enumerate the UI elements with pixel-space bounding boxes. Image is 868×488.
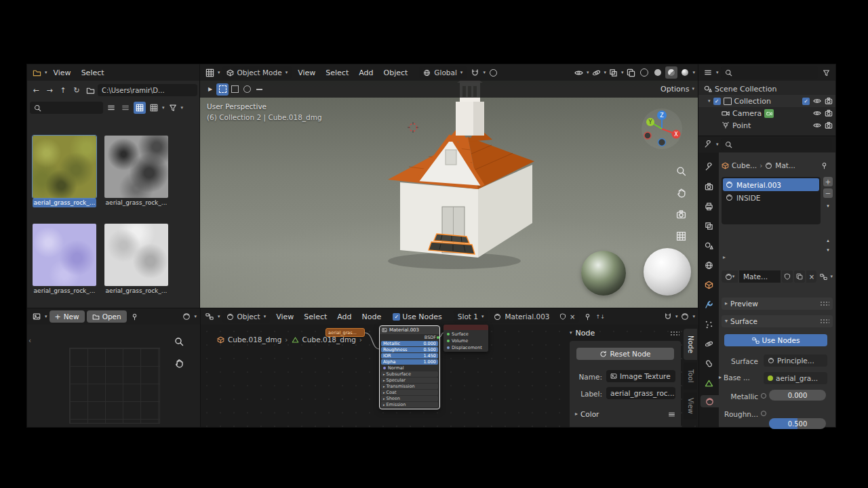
xray-toggle-icon[interactable] xyxy=(625,66,637,79)
shading-material-icon[interactable] xyxy=(665,66,677,79)
viewport-camera-view-icon[interactable] xyxy=(675,208,687,220)
tab-render[interactable] xyxy=(703,180,715,192)
editor-type-chevron-icon[interactable]: ▾ xyxy=(716,142,719,147)
editor-type-chevron-icon[interactable]: ▾ xyxy=(716,70,719,75)
viewport-3d[interactable]: ▾ Object Mode ▾ View Select Add Object G… xyxy=(200,64,698,308)
tab-modifiers[interactable] xyxy=(703,298,715,310)
shading-solid-icon[interactable] xyxy=(652,66,664,79)
viewport-pan-hand-icon[interactable] xyxy=(675,186,687,199)
panel-grip-icon[interactable] xyxy=(820,301,829,306)
material-output-node[interactable]: Surface Volume Displacement xyxy=(443,325,488,352)
forward-button[interactable]: → xyxy=(43,84,56,96)
open-image-button[interactable]: Open xyxy=(87,310,127,323)
gizmos-toggle-icon[interactable] xyxy=(590,66,602,79)
node-slider-row[interactable]: Metallic0.000 xyxy=(381,341,438,346)
display-thumbnail-button[interactable] xyxy=(134,102,146,114)
snapping-magnet-icon[interactable] xyxy=(469,66,481,79)
outliner-row-point[interactable]: Point xyxy=(698,119,835,131)
outliner-row-collection[interactable]: ▾ ✓ Collection ✓ xyxy=(698,95,835,107)
slot-scroll-up-icon[interactable]: ▴ xyxy=(823,237,833,245)
node-tree-icon[interactable] xyxy=(818,270,829,283)
properties-search-input[interactable] xyxy=(721,138,832,150)
active-tool-select-box-icon[interactable] xyxy=(216,83,229,96)
breadcrumb-material[interactable]: Mat... xyxy=(775,161,795,169)
hide-eye-icon[interactable] xyxy=(813,109,821,117)
image-options-chevron-icon[interactable]: ▾ xyxy=(194,314,197,319)
principled-bsdf-node[interactable]: Material.003 BSDF Metallic0.000 Roughnes… xyxy=(380,326,439,409)
image-pan-hand-icon[interactable] xyxy=(173,357,185,369)
hdri-preview-sphere[interactable] xyxy=(581,251,626,296)
sidebar-tab-node[interactable]: Node xyxy=(684,329,697,360)
node-panel-row[interactable]: ▸Coat xyxy=(381,390,438,395)
node-slider-row[interactable]: Alpha1.000 xyxy=(381,359,438,365)
tab-tool[interactable] xyxy=(703,161,715,173)
slot-specials-chevron-icon[interactable]: ▾ xyxy=(823,201,833,211)
node-panel-row[interactable]: ▸Sheen xyxy=(381,396,438,401)
viewport-menu-add[interactable]: Add xyxy=(355,67,377,79)
output-input-row[interactable]: Displacement xyxy=(445,344,487,350)
tab-constraints[interactable] xyxy=(703,357,715,369)
viewport-menu-object[interactable]: Object xyxy=(380,67,412,79)
metallic-decorator-dot[interactable] xyxy=(761,393,766,399)
outliner-filter-icon[interactable] xyxy=(820,66,832,79)
pin-icon[interactable] xyxy=(818,159,830,171)
roughness-slider[interactable]: 0.500 xyxy=(769,418,826,429)
viewport-zoom-icon[interactable] xyxy=(675,165,687,177)
shading-chevron-icon[interactable]: ▾ xyxy=(692,70,695,75)
fake-user-shield-icon[interactable] xyxy=(782,270,793,283)
up-button[interactable]: ↑ xyxy=(57,84,69,96)
metallic-slider[interactable]: 0.000 xyxy=(769,390,826,401)
outliner-row-camera[interactable]: Camera xyxy=(698,107,835,119)
material-slots-expand-icon[interactable]: ▸ xyxy=(723,254,726,260)
reset-node-button[interactable]: Reset Node xyxy=(576,348,674,360)
tool-mode-add-icon[interactable] xyxy=(241,83,253,96)
proportional-editing-icon[interactable] xyxy=(488,66,500,79)
texture-thumbnail-rough[interactable] xyxy=(104,136,168,198)
surface-shader-dropdown[interactable]: Principle... xyxy=(764,354,827,367)
editor-type-chevron-icon[interactable]: ▾ xyxy=(45,70,47,75)
house-model[interactable] xyxy=(366,73,542,269)
white-material-sphere[interactable] xyxy=(644,248,691,296)
hide-eye-icon[interactable] xyxy=(813,97,821,105)
mode-dropdown[interactable]: Object Mode ▾ xyxy=(222,66,292,79)
viewport-menu-select[interactable]: Select xyxy=(321,67,353,79)
editor-type-viewport-icon[interactable] xyxy=(203,66,216,79)
texture-thumbnail-label[interactable]: aerial_grass_rock_... xyxy=(104,287,168,296)
refresh-button[interactable]: ↻ xyxy=(71,84,83,96)
create-folder-button[interactable] xyxy=(84,84,96,96)
image-ball-icon[interactable] xyxy=(180,310,193,323)
hide-eye-icon[interactable] xyxy=(813,121,821,129)
remove-slot-button[interactable]: − xyxy=(823,188,833,198)
bsdf-output-socket[interactable] xyxy=(437,336,439,339)
output-input-row[interactable]: Volume xyxy=(445,338,487,344)
texture-thumbnail-normal[interactable] xyxy=(33,224,96,286)
filter-chevron-icon[interactable]: ▾ xyxy=(181,106,184,110)
overlays-toggle-icon[interactable] xyxy=(608,66,620,79)
node-slider-row[interactable]: Roughness0.500 xyxy=(381,347,438,352)
snapping-chevron-icon[interactable]: ▾ xyxy=(483,70,486,75)
editor-type-properties-icon[interactable] xyxy=(702,138,714,150)
unlink-material-icon[interactable]: × xyxy=(806,270,816,283)
overlays-chevron-icon[interactable]: ▾ xyxy=(621,70,624,75)
outliner-row-scene-collection[interactable]: Scene Collection xyxy=(698,83,835,95)
tab-output[interactable] xyxy=(703,200,715,212)
options-dropdown[interactable]: Options ▾ xyxy=(660,85,694,94)
datablock-chevron-icon[interactable]: ▾ xyxy=(830,274,833,279)
texture-thumbnail-label[interactable]: aerial_grass_rock_... xyxy=(33,287,96,296)
base-color-row-label[interactable]: ▸ Base ... xyxy=(719,373,750,382)
tab-scene[interactable] xyxy=(703,239,715,251)
browse-material-icon[interactable]: ▾ xyxy=(722,270,738,283)
node-panel-row[interactable]: ▸Emission xyxy=(381,402,438,407)
copy-material-icon[interactable] xyxy=(794,270,805,283)
node-panel-row[interactable]: ▸Specular xyxy=(381,378,438,383)
tab-object[interactable] xyxy=(703,279,715,291)
preview-panel-header[interactable]: ▸ Preview xyxy=(722,298,833,310)
node-header[interactable]: Material.003 xyxy=(380,326,439,334)
object-visibility-icon[interactable] xyxy=(573,66,585,79)
viewport-menu-view[interactable]: View xyxy=(294,67,319,79)
base-color-texture-field[interactable]: aerial_gra... xyxy=(764,372,827,384)
editor-type-file-browser-icon[interactable] xyxy=(31,66,43,79)
node-slider-row[interactable]: IOR1.450 xyxy=(381,353,438,359)
add-slot-button[interactable]: + xyxy=(823,177,833,186)
tab-view-layer[interactable] xyxy=(703,220,715,232)
